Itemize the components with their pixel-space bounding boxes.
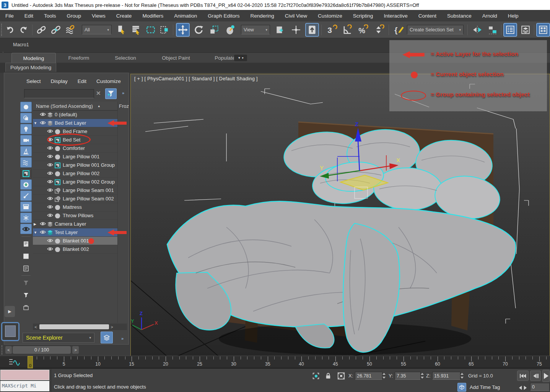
scene-explorer-toggle-button[interactable] (504, 24, 516, 36)
spinner-snap-button[interactable] (373, 24, 386, 36)
menu-file[interactable]: File (0, 13, 19, 19)
menu-edit[interactable]: Edit (19, 13, 39, 19)
eye-icon[interactable] (47, 154, 53, 159)
expander-open-icon[interactable]: ▼ (34, 231, 37, 234)
list-item[interactable]: Mattress (33, 203, 117, 211)
viewport-layout-tab[interactable] (1, 322, 20, 341)
list-item[interactable]: Throw Pillows (33, 211, 117, 220)
menu-tools[interactable]: Tools (39, 13, 62, 19)
mini-curve-editor-icon[interactable] (8, 358, 20, 367)
layer-explorer-button[interactable] (519, 24, 532, 36)
unlink-icon[interactable] (50, 24, 62, 36)
se-menu-customize[interactable]: Customize (96, 78, 121, 84)
menu-graph-editors[interactable]: Graph Editors (202, 13, 245, 19)
z-spinner[interactable] (461, 372, 464, 380)
select-by-name-button[interactable] (130, 24, 142, 36)
expander-closed-icon[interactable]: ▶ (34, 222, 36, 226)
previous-frame-button[interactable] (530, 371, 541, 381)
x-coordinate-field[interactable] (355, 372, 382, 380)
reference-coordinate-dropdown[interactable]: View▾ (241, 25, 270, 34)
se-menu-select[interactable]: Select (26, 78, 41, 84)
ribbon-minimize-dropdown[interactable]: ▼▾ (234, 55, 247, 61)
current-frame-field[interactable] (530, 383, 550, 391)
list-item[interactable]: 0 (default) (33, 111, 117, 119)
menu-arnold[interactable]: Arnold (477, 13, 503, 19)
select-and-move-button[interactable] (177, 24, 189, 36)
menu-group[interactable]: Group (62, 13, 87, 19)
isolate-selection-toggle[interactable] (311, 371, 321, 381)
clear-search-icon[interactable]: ✕ (96, 90, 101, 97)
tab-freeform[interactable]: Freeform (56, 53, 102, 63)
menu-civil-view[interactable]: Civil View (280, 13, 312, 19)
viewport-label[interactable]: [ + ] [ PhysCamera001 ] [ Standard ] [ D… (134, 76, 258, 81)
column-header-frozen[interactable]: Froz (119, 103, 129, 109)
eye-icon[interactable] (47, 188, 53, 192)
container-box-icon[interactable] (20, 302, 32, 312)
current-frame-marker[interactable]: 0 (28, 356, 33, 368)
list-item[interactable]: Large Pillow 001 (33, 153, 117, 161)
column-header-name[interactable]: Name (Sorted Ascending) ▲ (33, 102, 117, 111)
eye-icon[interactable] (40, 120, 46, 125)
eye-icon[interactable] (47, 163, 53, 167)
list-item[interactable]: Blanket 002 (33, 245, 117, 254)
toolbar-overflow-chevrons[interactable]: » (122, 91, 124, 95)
filter-button[interactable] (105, 88, 117, 99)
keyboard-shortcut-override-button[interactable] (306, 24, 318, 36)
track-bar[interactable]: 5 10 15 20 25 30 35 40 45 50 55 60 65 70… (0, 356, 550, 368)
list-item[interactable]: Large Pillow 001 Group (33, 161, 117, 169)
selection-lock-toggle[interactable] (324, 371, 333, 381)
key-mode-toggle[interactable] (518, 383, 528, 392)
menu-customize[interactable]: Customize (312, 13, 348, 19)
menu-modifiers[interactable]: Modifiers (137, 13, 169, 19)
scroll-left-icon[interactable]: < (33, 325, 39, 329)
maxscript-mini-listener-white[interactable]: MAXScript Mi (0, 381, 49, 391)
eye-icon[interactable] (40, 221, 46, 226)
eye-icon[interactable] (47, 213, 53, 218)
select-and-scale-button[interactable] (208, 24, 220, 36)
expander-open-icon[interactable]: ▼ (34, 121, 37, 125)
redo-button[interactable] (18, 24, 30, 36)
previous-frame-arrow[interactable]: < (5, 346, 12, 354)
ribbon-toggle-button[interactable] (537, 24, 549, 36)
list-item[interactable]: Blanket 001 (33, 237, 117, 245)
scrollbar-thumb[interactable] (39, 324, 109, 329)
play-button[interactable] (542, 370, 550, 382)
toolbar-drag-handle[interactable] (1, 24, 2, 36)
menu-create[interactable]: Create (111, 13, 137, 19)
list-item[interactable]: Large Pillow Seam 002 (33, 195, 117, 203)
eye-icon[interactable] (47, 146, 53, 150)
window-crossing-button[interactable] (158, 24, 171, 36)
selection-filter-dropdown[interactable]: All▾ (82, 25, 112, 34)
eye-icon[interactable] (47, 247, 53, 251)
filter-dim-icon[interactable] (20, 278, 32, 288)
select-object-button[interactable] (116, 24, 128, 36)
eye-icon[interactable] (47, 179, 53, 184)
viewport[interactable]: X Y Z Z Y X [ + ] [ PhysCamera001 ] [ St… (130, 74, 550, 357)
eye-icon[interactable] (40, 230, 46, 234)
z-coordinate-field[interactable] (432, 372, 461, 380)
select-and-place-button[interactable] (224, 24, 236, 36)
y-spinner[interactable] (421, 372, 424, 380)
panel-polygon-modeling[interactable]: Polygon Modeling (5, 63, 56, 72)
list-item[interactable]: ▶ Camera Layer (33, 220, 117, 228)
snaps-toggle-button[interactable]: 3 (326, 24, 338, 36)
absolute-offset-mode-toggle[interactable] (337, 371, 346, 381)
menu-rendering[interactable]: Rendering (245, 13, 280, 19)
undo-button[interactable] (4, 24, 16, 36)
bind-spacewarp-icon[interactable] (64, 24, 76, 36)
horizontal-scrollbar[interactable]: < > (33, 324, 127, 330)
menu-help[interactable]: Help (503, 13, 524, 19)
macro-tab[interactable]: Macro1 (13, 42, 29, 47)
eye-icon[interactable] (47, 196, 53, 201)
named-selection-set-dropdown[interactable]: Create Selection Set▾ (407, 25, 464, 34)
property-list-button[interactable] (20, 263, 32, 273)
select-link-icon[interactable] (35, 24, 47, 36)
go-to-start-button[interactable] (517, 371, 529, 381)
time-slider-drag-handle[interactable] (2, 345, 2, 355)
eye-icon[interactable] (47, 205, 53, 209)
add-time-tag-label[interactable]: Add Time Tag (470, 384, 500, 390)
layer-explorer-footer-button[interactable] (101, 332, 113, 343)
explorer-selector[interactable]: Scene Explorer ▾ (23, 333, 94, 343)
angle-snap-button[interactable] (341, 24, 353, 36)
x-spinner[interactable] (382, 372, 386, 380)
